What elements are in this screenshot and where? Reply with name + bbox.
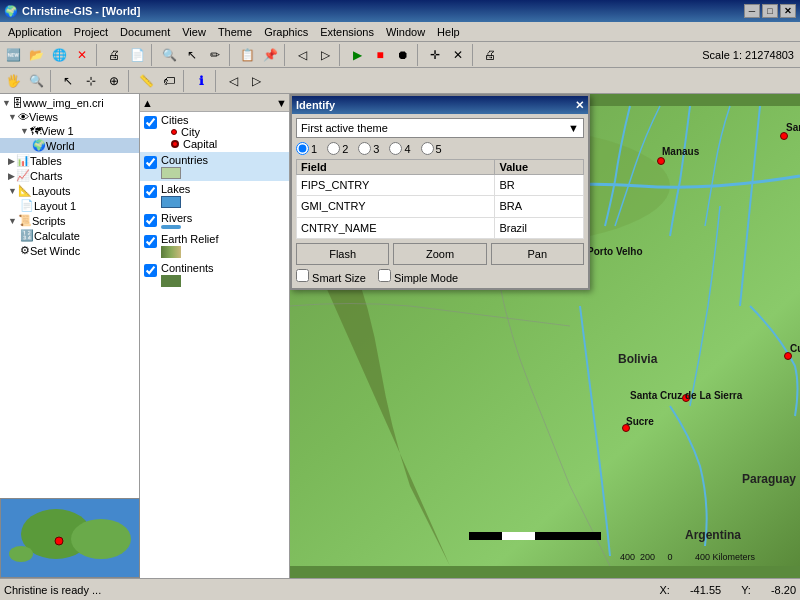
tree-item-views[interactable]: ▼ 👁 Views	[0, 110, 139, 124]
calculate-label: Calculate	[34, 230, 80, 242]
radio-3[interactable]: 3	[358, 142, 379, 155]
cities-checkbox[interactable]	[144, 116, 157, 129]
select2-button[interactable]: ⊹	[80, 70, 102, 92]
radio-3-input[interactable]	[358, 142, 371, 155]
arrow-right-button[interactable]: ▷	[314, 44, 336, 66]
menu-bar: ApplicationProjectDocumentViewThemeGraph…	[0, 22, 800, 42]
menu-item-window[interactable]: Window	[380, 24, 431, 40]
stop-button[interactable]: ■	[369, 44, 391, 66]
fwd-button[interactable]: ▷	[245, 70, 267, 92]
radio-4-input[interactable]	[389, 142, 402, 155]
menu-item-view[interactable]: View	[176, 24, 212, 40]
map-area[interactable]: Belém Santarém Manaus São Luís Porto Vel…	[290, 94, 800, 578]
title-bar-controls[interactable]: ─ □ ✕	[744, 4, 796, 18]
lakes-label: Lakes	[161, 183, 285, 195]
rivers-checkbox[interactable]	[144, 214, 157, 227]
menu-item-help[interactable]: Help	[431, 24, 466, 40]
menu-item-project[interactable]: Project	[68, 24, 114, 40]
tree-item-world[interactable]: 🌍 World	[0, 138, 139, 153]
radio-row: 1 2 3 4 5	[296, 142, 584, 155]
field-table: Field Value FIPS_CNTRYBRGMI_CNTRYBRACNTR…	[296, 159, 584, 239]
zoom-in-button[interactable]: 🔍	[25, 70, 47, 92]
identify-close-button[interactable]: ✕	[575, 99, 584, 112]
smart-size-checkbox[interactable]	[296, 269, 309, 282]
minimize-button[interactable]: ─	[744, 4, 760, 18]
lakes-checkbox[interactable]	[144, 185, 157, 198]
city-label-portovelho: Porto Velho	[587, 246, 643, 257]
radio-5-input[interactable]	[421, 142, 434, 155]
field-cell: GMI_CNTRY	[297, 196, 495, 217]
close-button[interactable]: ✕	[780, 4, 796, 18]
menu-item-application[interactable]: Application	[2, 24, 68, 40]
info-button[interactable]: ℹ	[190, 70, 212, 92]
new-button[interactable]: 🆕	[2, 44, 24, 66]
city-label-santarem: Santarém	[786, 122, 800, 133]
cursor-button[interactable]: ↖	[181, 44, 203, 66]
cross-button[interactable]: ✕	[447, 44, 469, 66]
tree-item-view1[interactable]: ▼ 🗺 View 1	[0, 124, 139, 138]
tree-item-layout1[interactable]: 📄 Layout 1	[0, 198, 139, 213]
back-button[interactable]: ◁	[222, 70, 244, 92]
print-button[interactable]: 🖨	[103, 44, 125, 66]
city-symbol	[171, 129, 177, 135]
layer-scroll-up[interactable]: ▲	[142, 97, 153, 109]
city-label-cuiaba: Cuiabá	[790, 343, 800, 354]
zoom-button[interactable]: Zoom	[393, 243, 486, 265]
print2-button[interactable]: 🖨	[479, 44, 501, 66]
menu-item-document[interactable]: Document	[114, 24, 176, 40]
menu-item-theme[interactable]: Theme	[212, 24, 258, 40]
search-button[interactable]: 🔍	[158, 44, 180, 66]
layer-scroll-down[interactable]: ▼	[276, 97, 287, 109]
flash-button[interactable]: Flash	[296, 243, 389, 265]
measure-button[interactable]: 📏	[135, 70, 157, 92]
radio-2-input[interactable]	[327, 142, 340, 155]
theme-dropdown[interactable]: First active theme ▼	[296, 118, 584, 138]
tree-item-scripts[interactable]: ▼ 📜 Scripts	[0, 213, 139, 228]
menu-item-extensions[interactable]: Extensions	[314, 24, 380, 40]
select-button[interactable]: ↖	[57, 70, 79, 92]
sep5	[339, 44, 343, 66]
tree-root-item[interactable]: ▼ 🗄 www_img_en.cri	[0, 96, 139, 110]
pan-button[interactable]: Pan	[491, 243, 584, 265]
smart-size-label[interactable]: Smart Size	[296, 269, 366, 284]
menu-item-graphics[interactable]: Graphics	[258, 24, 314, 40]
radio-2[interactable]: 2	[327, 142, 348, 155]
radio-3-label: 3	[373, 143, 379, 155]
radio-4[interactable]: 4	[389, 142, 410, 155]
edit-button[interactable]: ✏	[204, 44, 226, 66]
continents-checkbox[interactable]	[144, 264, 157, 277]
countries-checkbox[interactable]	[144, 156, 157, 169]
simple-mode-checkbox[interactable]	[378, 269, 391, 282]
radio-1[interactable]: 1	[296, 142, 317, 155]
rivers-symbol	[161, 225, 285, 229]
globe-button[interactable]: 🌐	[48, 44, 70, 66]
radio-5[interactable]: 5	[421, 142, 442, 155]
earthrelief-label: Earth Relief	[161, 233, 285, 245]
sep4	[284, 44, 288, 66]
doc-button[interactable]: 📄	[126, 44, 148, 66]
tree-item-setwindc[interactable]: ⚙ Set Windc	[0, 243, 139, 258]
table-row: CNTRY_NAMEBrazil	[297, 217, 584, 238]
svg-rect-13	[535, 532, 600, 540]
tree-item-tables[interactable]: ▶ 📊 Tables	[0, 153, 139, 168]
record-button[interactable]: ⏺	[392, 44, 414, 66]
tree-item-layouts[interactable]: ▼ 📐 Layouts	[0, 183, 139, 198]
play-button[interactable]: ▶	[346, 44, 368, 66]
close-x-button[interactable]: ✕	[71, 44, 93, 66]
arrow-left-button[interactable]: ◁	[291, 44, 313, 66]
hand-button[interactable]: 🖐	[2, 70, 24, 92]
paste-button[interactable]: 📌	[259, 44, 281, 66]
maximize-button[interactable]: □	[762, 4, 778, 18]
copy-button[interactable]: 📋	[236, 44, 258, 66]
layer-entry-earthrelief: Earth Relief	[140, 231, 289, 260]
radio-1-input[interactable]	[296, 142, 309, 155]
earthrelief-checkbox[interactable]	[144, 235, 157, 248]
tree-item-calculate[interactable]: 🔢 Calculate	[0, 228, 139, 243]
open-button[interactable]: 📂	[25, 44, 47, 66]
tree-item-charts[interactable]: ▶ 📈 Charts	[0, 168, 139, 183]
label-button[interactable]: 🏷	[158, 70, 180, 92]
simple-mode-label[interactable]: Simple Mode	[378, 269, 458, 284]
move-button[interactable]: ✛	[424, 44, 446, 66]
db-icon: 🗄	[12, 97, 23, 109]
tool3-button[interactable]: ⊕	[103, 70, 125, 92]
